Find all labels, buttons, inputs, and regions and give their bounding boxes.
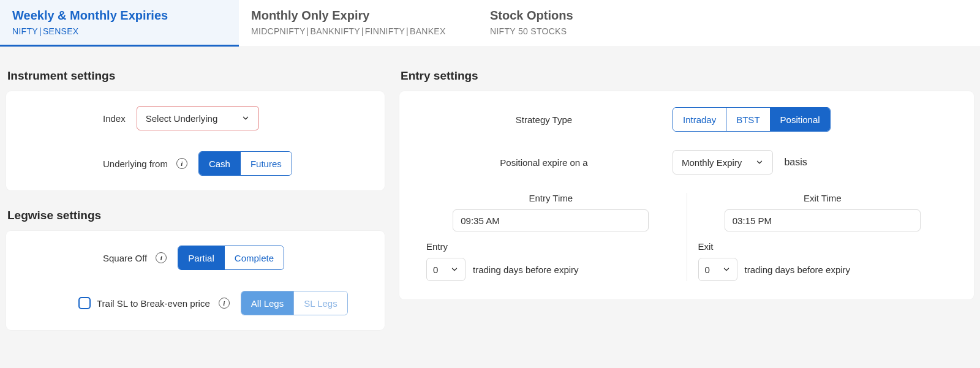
- basis-text: basis: [784, 157, 807, 168]
- chevron-down-icon: [450, 265, 459, 274]
- tab-title: Monthly Only Expiry: [251, 9, 466, 23]
- tab-subtitle: NIFTY|SENSEX: [12, 26, 227, 36]
- entry-settings-title: Entry settings: [401, 69, 974, 83]
- index-select[interactable]: Select Underlying: [137, 106, 259, 130]
- square-off-toggle: Partial Complete: [178, 246, 284, 270]
- underlying-from-label: Underlying from: [103, 159, 168, 169]
- legwise-settings-title: Legwise settings: [7, 209, 385, 222]
- tab-title: Stock Options: [490, 9, 704, 23]
- info-icon[interactable]: i: [219, 298, 230, 309]
- underlying-cash-btn[interactable]: Cash: [199, 152, 241, 175]
- tab-subtitle: MIDCPNIFTY|BANKNIFTY|FINNIFTY|BANKEX: [251, 26, 466, 36]
- exit-days-value: 0: [705, 265, 710, 275]
- chevron-down-icon: [722, 265, 731, 274]
- square-off-partial-btn[interactable]: Partial: [178, 246, 225, 269]
- strategy-positional-btn[interactable]: Positional: [771, 108, 830, 131]
- info-icon[interactable]: i: [156, 252, 167, 263]
- strategy-intraday-btn[interactable]: Intraday: [673, 108, 726, 131]
- positional-expiry-select[interactable]: Monthly Expiry: [673, 150, 773, 175]
- entry-sub-label: Entry: [426, 241, 676, 252]
- category-tabs: Weekly & Monthly Expiries NIFTY|SENSEX M…: [0, 0, 980, 47]
- all-legs-btn[interactable]: All Legs: [241, 291, 294, 315]
- sl-legs-btn[interactable]: SL Legs: [294, 291, 347, 315]
- positional-expiry-value: Monthly Expiry: [682, 157, 742, 168]
- positional-expire-label: Positional expire on a: [415, 157, 673, 168]
- trail-sl-checkbox[interactable]: [78, 297, 91, 309]
- exit-sub-label: Exit: [698, 241, 948, 252]
- tab-stock-options[interactable]: Stock Options NIFTY 50 STOCKS: [478, 0, 717, 47]
- tab-subtitle: NIFTY 50 STOCKS: [490, 26, 704, 36]
- square-off-label: Square Off: [103, 253, 147, 263]
- chevron-down-icon: [755, 158, 764, 167]
- exit-days-suffix: trading days before expiry: [745, 265, 851, 275]
- exit-days-select[interactable]: 0: [698, 258, 737, 281]
- index-select-value: Select Underlying: [146, 113, 218, 124]
- instrument-settings-title: Instrument settings: [7, 69, 385, 83]
- entry-days-select[interactable]: 0: [426, 258, 466, 281]
- exit-time-input[interactable]: [725, 209, 921, 231]
- legwise-settings-card: Square Off i Partial Complete Trail SL t…: [6, 231, 385, 330]
- entry-time-input[interactable]: [453, 209, 649, 231]
- underlying-from-toggle: Cash Futures: [198, 151, 292, 176]
- tab-monthly-only[interactable]: Monthly Only Expiry MIDCPNIFTY|BANKNIFTY…: [239, 0, 478, 47]
- entry-settings-card: Strategy Type Intraday BTST Positional P…: [399, 91, 974, 299]
- instrument-settings-card: Index Select Underlying Underlying from …: [6, 91, 385, 190]
- strategy-btst-btn[interactable]: BTST: [726, 108, 770, 131]
- legs-toggle: All Legs SL Legs: [241, 291, 348, 315]
- entry-days-value: 0: [433, 265, 438, 275]
- strategy-type-toggle: Intraday BTST Positional: [673, 107, 831, 132]
- tab-weekly-monthly[interactable]: Weekly & Monthly Expiries NIFTY|SENSEX: [0, 0, 239, 47]
- strategy-type-label: Strategy Type: [415, 115, 673, 125]
- entry-days-suffix: trading days before expiry: [473, 265, 579, 275]
- square-off-complete-btn[interactable]: Complete: [225, 246, 284, 269]
- tab-title: Weekly & Monthly Expiries: [12, 9, 227, 23]
- info-icon[interactable]: i: [176, 158, 187, 169]
- entry-time-label: Entry Time: [426, 193, 676, 203]
- chevron-down-icon: [241, 114, 250, 122]
- exit-time-label: Exit Time: [698, 193, 948, 203]
- underlying-futures-btn[interactable]: Futures: [241, 152, 292, 175]
- index-label: Index: [103, 113, 126, 124]
- trail-sl-label: Trail SL to Break-even price: [97, 298, 210, 309]
